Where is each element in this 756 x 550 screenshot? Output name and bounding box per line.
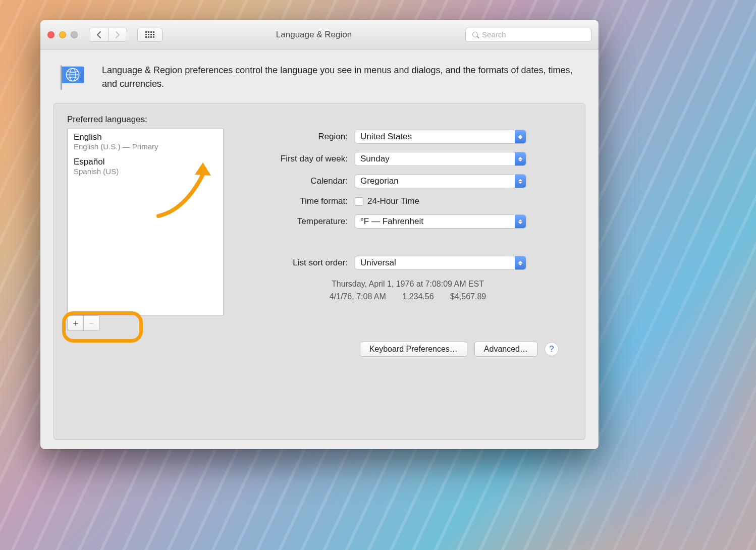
calendar-value: Gregorian [360, 176, 399, 186]
first-day-label: First day of week: [244, 154, 355, 164]
preview-number: 1,234.56 [402, 292, 434, 301]
time-format-label: Time format: [244, 196, 355, 206]
svg-rect-4 [61, 66, 62, 90]
format-preview: Thursday, April 1, 1976 at 7:08:09 AM ES… [244, 278, 572, 303]
chevron-updown-icon [515, 152, 526, 166]
add-language-button[interactable]: ＋ [67, 315, 83, 331]
language-subtitle: Spanish (US) [74, 167, 217, 176]
zoom-button[interactable] [71, 31, 78, 38]
minimize-button[interactable] [59, 31, 66, 38]
add-remove-buttons: ＋ － [67, 315, 224, 331]
remove-language-button[interactable]: － [83, 315, 99, 331]
first-day-value: Sunday [360, 154, 390, 164]
search-input[interactable] [465, 28, 591, 42]
window-title: Language & Region [168, 30, 460, 40]
chevron-right-icon [115, 31, 120, 38]
language-subtitle: English (U.S.) — Primary [74, 142, 217, 151]
forward-button[interactable] [108, 28, 127, 42]
header-row: Language & Region preferences control th… [40, 49, 599, 103]
calendar-label: Calendar: [244, 176, 355, 186]
advanced-button[interactable]: Advanced… [474, 342, 537, 357]
search-field-wrap [465, 28, 591, 42]
languages-list[interactable]: English English (U.S.) — Primary Español… [67, 129, 224, 315]
header-description: Language & Region preferences control th… [102, 64, 580, 91]
chevron-left-icon [96, 31, 101, 38]
question-icon: ? [549, 344, 554, 354]
temperature-value: °F — Fahrenheit [360, 216, 423, 227]
grid-icon [145, 31, 154, 38]
languages-column: Preferred languages: English English (U.… [67, 115, 224, 331]
region-label: Region: [244, 132, 355, 142]
calendar-select[interactable]: Gregorian [355, 174, 526, 188]
sort-order-label: List sort order: [244, 258, 355, 268]
globe-flag-icon [59, 62, 90, 93]
button-label: Keyboard Preferences… [369, 345, 458, 354]
list-item[interactable]: Español Spanish (US) [68, 154, 223, 179]
titlebar: Language & Region [40, 20, 599, 49]
preferences-window: Language & Region Language & Region pref… [40, 20, 599, 449]
language-name: Español [74, 157, 217, 167]
preview-currency: $4,567.89 [450, 292, 486, 301]
chevron-updown-icon [515, 215, 526, 228]
region-value: United States [360, 132, 412, 142]
temperature-select[interactable]: °F — Fahrenheit [355, 214, 526, 229]
help-button[interactable]: ? [545, 342, 559, 356]
sort-order-value: Universal [360, 258, 396, 268]
chevron-updown-icon [515, 130, 526, 143]
chevron-updown-icon [515, 175, 526, 188]
minus-icon: － [87, 317, 96, 329]
show-all-button[interactable] [137, 28, 163, 42]
footer-buttons: Keyboard Preferences… Advanced… ? [67, 334, 572, 357]
close-button[interactable] [47, 31, 55, 38]
back-button[interactable] [89, 28, 108, 42]
settings-column: Region: United States First day of week:… [244, 115, 572, 331]
sort-order-select[interactable]: Universal [355, 256, 526, 270]
list-item[interactable]: English English (U.S.) — Primary [68, 129, 223, 154]
first-day-select[interactable]: Sunday [355, 152, 526, 166]
traffic-lights [47, 31, 78, 38]
preferred-languages-label: Preferred languages: [67, 115, 224, 125]
keyboard-preferences-button[interactable]: Keyboard Preferences… [360, 342, 467, 357]
chevron-updown-icon [515, 256, 526, 269]
plus-icon: ＋ [71, 317, 80, 329]
region-select[interactable]: United States [355, 130, 526, 144]
button-label: Advanced… [484, 345, 528, 354]
temperature-label: Temperature: [244, 216, 355, 227]
settings-panel: Preferred languages: English English (U.… [53, 103, 585, 440]
nav-buttons [89, 28, 127, 42]
preview-long-date: Thursday, April 1, 1976 at 7:08:09 AM ES… [244, 278, 572, 291]
preview-short-date: 4/1/76, 7:08 AM [330, 292, 386, 301]
language-name: English [74, 132, 217, 142]
time-format-checkbox[interactable] [355, 197, 363, 206]
time-format-checkbox-label: 24-Hour Time [367, 196, 419, 206]
